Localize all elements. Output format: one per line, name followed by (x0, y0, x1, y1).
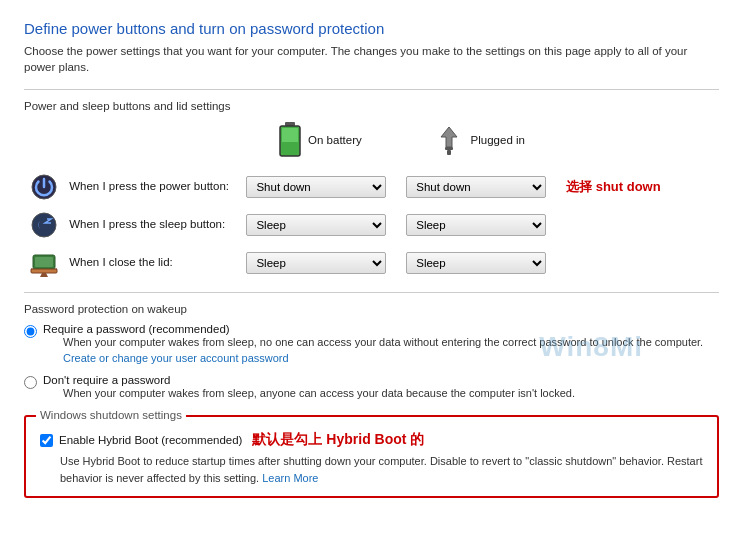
page-container: Define power buttons and turn on passwor… (0, 0, 743, 543)
shutdown-note: 选择 shut down (566, 179, 661, 194)
hybrid-boot-desc-text: Use Hybrid Boot to reduce startup times … (60, 455, 702, 484)
no-require-password-label: Don't require a password (43, 374, 575, 386)
section1-title: Power and sleep buttons and lid settings (24, 100, 719, 112)
row2-note (560, 206, 719, 244)
page-description: Choose the power settings that you want … (24, 43, 719, 75)
col-label-header (24, 122, 240, 168)
svg-marker-4 (441, 127, 457, 147)
hybrid-boot-checkbox[interactable] (40, 434, 53, 447)
power-settings-table: On battery Plugged in (24, 122, 719, 282)
power-button-icon (30, 173, 58, 201)
power-button-battery-select[interactable]: Shut down Do nothing Sleep Hibernate (246, 176, 386, 198)
hybrid-boot-row: Enable Hybrid Boot (recommended) 默认是勾上 H… (40, 431, 703, 449)
no-require-password-radio[interactable] (24, 376, 37, 389)
section2-title: Password protection on wakeup (24, 303, 719, 315)
no-require-password-desc: When your computer wakes from sleep, any… (63, 386, 575, 401)
battery-label: On battery (308, 134, 362, 146)
require-password-desc: When your computer wakes from sleep, no … (63, 335, 703, 366)
table-row: When I press the power button: Shut down… (24, 168, 719, 206)
lid-plugged-select[interactable]: Sleep Do nothing Hibernate Shut down (406, 252, 546, 274)
row2-plugged-cell: Sleep Do nothing Hibernate Shut down (400, 206, 560, 244)
row3-label-text: When I close the lid: (69, 256, 173, 268)
require-password-radio[interactable] (24, 325, 37, 338)
row3-label: When I close the lid: (24, 244, 240, 282)
row1-label: When I press the power button: (24, 168, 240, 206)
row1-battery-cell: Shut down Do nothing Sleep Hibernate (240, 168, 400, 206)
divider-2 (24, 292, 719, 293)
sleep-button-icon (30, 211, 58, 239)
windows-shutdown-box: Windows shutdown settings Enable Hybrid … (24, 415, 719, 498)
plugged-icon (435, 125, 463, 157)
row1-note: 选择 shut down (560, 168, 719, 206)
row2-battery-cell: Sleep Do nothing Hibernate Shut down (240, 206, 400, 244)
svg-rect-11 (35, 257, 53, 267)
hybrid-boot-desc: Use Hybrid Boot to reduce startup times … (60, 453, 703, 486)
lid-battery-select[interactable]: Sleep Do nothing Hibernate Shut down (246, 252, 386, 274)
table-row: When I press the sleep button: Sleep Do … (24, 206, 719, 244)
page-title: Define power buttons and turn on passwor… (24, 20, 719, 37)
row2-label-text: When I press the sleep button: (69, 218, 225, 230)
svg-rect-5 (445, 147, 453, 150)
col-note-header (560, 122, 719, 168)
plugged-label: Plugged in (471, 134, 525, 146)
table-row: When I close the lid: Sleep Do nothing H… (24, 244, 719, 282)
shutdown-section-title: Windows shutdown settings (36, 409, 186, 421)
require-password-option: Require a password (recommended) When yo… (24, 323, 719, 366)
divider-1 (24, 89, 719, 90)
row1-plugged-cell: Shut down Do nothing Sleep Hibernate (400, 168, 560, 206)
hybrid-boot-label: Enable Hybrid Boot (recommended) (59, 434, 242, 446)
svg-rect-12 (31, 269, 57, 273)
sleep-button-plugged-select[interactable]: Sleep Do nothing Hibernate Shut down (406, 214, 546, 236)
no-require-password-option: Don't require a password When your compu… (24, 374, 719, 401)
svg-rect-3 (282, 142, 298, 154)
power-button-plugged-select[interactable]: Shut down Do nothing Sleep Hibernate (406, 176, 546, 198)
shutdown-content: Enable Hybrid Boot (recommended) 默认是勾上 H… (40, 431, 703, 486)
row3-note (560, 244, 719, 282)
create-password-link[interactable]: Create or change your user account passw… (63, 352, 289, 364)
hybrid-boot-note: 默认是勾上 Hybrid Boot 的 (252, 431, 424, 449)
lid-icon (30, 249, 58, 277)
col-battery-header: On battery (240, 122, 400, 168)
row3-plugged-cell: Sleep Do nothing Hibernate Shut down (400, 244, 560, 282)
row1-label-text: When I press the power button: (69, 180, 229, 192)
svg-rect-6 (447, 150, 451, 155)
require-password-label: Require a password (recommended) (43, 323, 703, 335)
col-plugged-header: Plugged in (400, 122, 560, 168)
require-password-desc-text: When your computer wakes from sleep, no … (63, 336, 703, 348)
row2-label: When I press the sleep button: (24, 206, 240, 244)
row3-battery-cell: Sleep Do nothing Hibernate Shut down (240, 244, 400, 282)
learn-more-link[interactable]: Learn More (262, 472, 318, 484)
battery-icon (279, 122, 301, 160)
sleep-button-battery-select[interactable]: Sleep Do nothing Hibernate Shut down (246, 214, 386, 236)
